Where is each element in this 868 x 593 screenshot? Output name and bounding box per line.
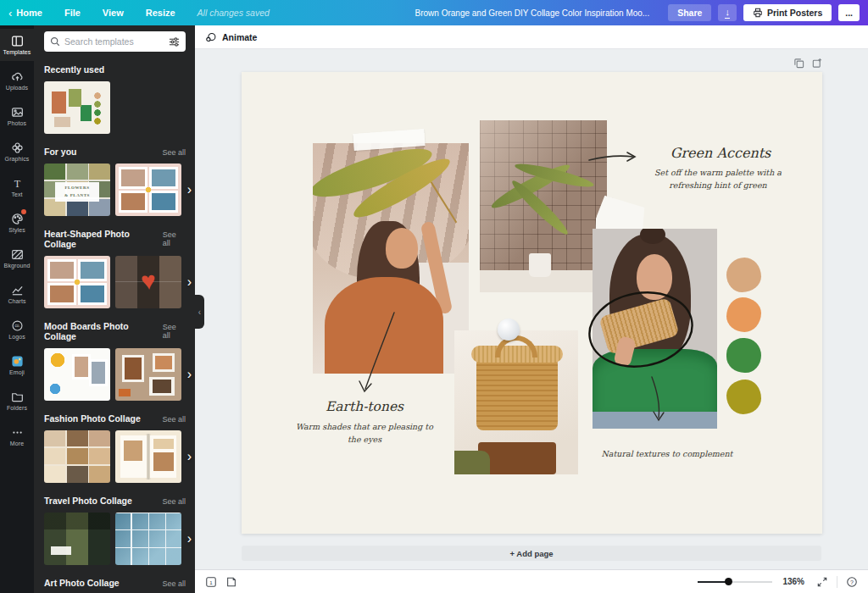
ellipse-sketch[interactable] bbox=[585, 285, 699, 374]
templates-icon bbox=[11, 35, 24, 47]
help-button[interactable]: ? bbox=[844, 574, 860, 590]
help-icon: ? bbox=[846, 576, 858, 588]
divider bbox=[837, 576, 837, 588]
upload-cloud-icon bbox=[11, 70, 24, 83]
sidebar-item-emoji[interactable]: Emoji bbox=[0, 349, 34, 381]
more-dots-icon bbox=[11, 426, 24, 439]
duplicate-page-icon[interactable] bbox=[793, 58, 804, 69]
svg-text:?: ? bbox=[850, 579, 854, 585]
template-thumbnail-pink-collage2[interactable] bbox=[44, 256, 110, 308]
more-options-button[interactable]: ... bbox=[838, 4, 860, 21]
download-button[interactable]: ↓ bbox=[718, 4, 737, 21]
photo-straw-basket[interactable] bbox=[454, 330, 578, 474]
sidebar-item-text[interactable]: T Text bbox=[0, 171, 34, 203]
sidebar-item-styles[interactable]: Styles bbox=[0, 207, 34, 239]
text-earth-tones[interactable]: Earth-tones bbox=[308, 399, 421, 414]
animate-button[interactable]: Animate bbox=[205, 31, 257, 43]
notes-button[interactable] bbox=[224, 574, 239, 590]
document-title[interactable]: Brown Orange and Green DIY Collage Color… bbox=[415, 8, 650, 18]
see-all-link[interactable]: See all bbox=[162, 579, 186, 588]
search-input[interactable] bbox=[64, 36, 164, 47]
sidebar-item-graphics[interactable]: Graphics bbox=[0, 136, 34, 168]
chevron-right-icon[interactable]: › bbox=[187, 275, 192, 289]
zoom-level: 136% bbox=[782, 577, 804, 586]
top-menu-bar: ‹ Home File View Resize All changes save… bbox=[0, 0, 868, 25]
template-thumbnail-fashion2[interactable] bbox=[115, 430, 181, 483]
color-swatch-tan[interactable] bbox=[726, 258, 761, 292]
section-recently-used: Recently used bbox=[44, 64, 186, 75]
photos-icon bbox=[11, 106, 24, 119]
template-thumbnail-heart[interactable]: ♥ bbox=[115, 256, 181, 308]
sidebar-item-folders[interactable]: Folders bbox=[0, 385, 34, 417]
photo-plant-grid-wall[interactable] bbox=[480, 120, 607, 292]
template-thumbnail-flowers[interactable]: FLOWERS & PLANTS bbox=[44, 163, 110, 216]
push-pin[interactable] bbox=[498, 319, 520, 341]
design-page[interactable]: Green Accents Set off the warm palette w… bbox=[242, 72, 822, 534]
template-thumbnail-mood2[interactable] bbox=[115, 348, 181, 401]
section-heart-shaped: Heart-Shaped Photo Collage See all bbox=[44, 229, 186, 249]
see-all-link[interactable]: See all bbox=[162, 148, 186, 157]
svg-text:T: T bbox=[14, 178, 20, 190]
text-earth-tones-subtitle[interactable]: Warm shades that are pleasing to the eye… bbox=[289, 421, 440, 446]
add-page-button[interactable]: + Add page bbox=[242, 546, 821, 561]
arrow-down-left-sketch[interactable] bbox=[355, 311, 398, 397]
color-swatch-olive[interactable] bbox=[726, 380, 761, 414]
sidebar-item-logos[interactable]: co. Logos bbox=[0, 313, 34, 346]
see-all-link[interactable]: See all bbox=[162, 497, 186, 506]
arrow-right-sketch[interactable] bbox=[587, 150, 642, 165]
chevron-right-icon[interactable]: › bbox=[187, 532, 192, 546]
template-thumbnail-fashion1[interactable] bbox=[44, 430, 110, 483]
template-thumbnail-recent[interactable] bbox=[44, 81, 110, 134]
section-art: Art Photo Collage See all bbox=[44, 578, 186, 588]
see-all-link[interactable]: See all bbox=[163, 230, 186, 247]
basket-handle bbox=[495, 335, 537, 357]
zoom-slider[interactable] bbox=[698, 581, 772, 583]
text-green-accents[interactable]: Green Accents bbox=[640, 145, 801, 161]
share-button[interactable]: Share bbox=[668, 4, 711, 21]
template-thumbnail-travel1[interactable] bbox=[44, 513, 110, 565]
resize-menu[interactable]: Resize bbox=[146, 8, 175, 18]
template-thumbnail-travel2[interactable] bbox=[115, 513, 181, 565]
chevron-right-icon[interactable]: › bbox=[187, 183, 192, 197]
sidebar-item-charts[interactable]: Charts bbox=[0, 278, 34, 310]
see-all-link[interactable]: See all bbox=[162, 415, 186, 424]
sidebar-item-templates[interactable]: Templates bbox=[0, 29, 34, 61]
page-number: 1 bbox=[209, 579, 213, 585]
file-menu[interactable]: File bbox=[64, 8, 81, 18]
color-swatch-orange[interactable] bbox=[726, 297, 761, 332]
thumbnail-label: FLOWERS & PLANTS bbox=[55, 182, 99, 202]
sidebar-item-photos[interactable]: Photos bbox=[0, 100, 34, 132]
text-green-accents-subtitle[interactable]: Set off the warm palette with a refreshi… bbox=[633, 167, 803, 191]
see-all-link[interactable]: See all bbox=[163, 323, 186, 340]
filter-sliders-icon[interactable] bbox=[169, 36, 180, 47]
text-natural-textures[interactable]: Natural textures to complement bbox=[582, 448, 752, 461]
print-posters-button[interactable]: Print Posters bbox=[743, 4, 832, 21]
canvas-area: Animate bbox=[195, 25, 868, 569]
section-travel: Travel Photo Collage See all bbox=[44, 496, 186, 506]
emoji-icon bbox=[11, 355, 24, 368]
sidebar-item-more[interactable]: More bbox=[0, 420, 34, 452]
view-menu[interactable]: View bbox=[103, 8, 124, 18]
sidebar-item-background[interactable]: Bkground bbox=[0, 242, 34, 274]
chevron-left-icon: ‹ bbox=[8, 8, 12, 19]
save-status: All changes saved bbox=[198, 8, 270, 18]
chevron-right-icon[interactable]: › bbox=[187, 450, 192, 463]
sidebar-item-uploads[interactable]: Uploads bbox=[0, 64, 34, 97]
template-thumbnail-pink-collage[interactable] bbox=[115, 163, 181, 216]
sidebar-rail: Templates Uploads Photos Graphics T Text… bbox=[0, 25, 34, 593]
search-box bbox=[44, 31, 186, 52]
panel-collapse-handle[interactable]: ‹ bbox=[195, 295, 204, 329]
section-for-you: For you See all bbox=[44, 147, 186, 157]
section-fashion: Fashion Photo Collage See all bbox=[44, 413, 186, 424]
chevron-right-icon[interactable]: › bbox=[187, 368, 192, 381]
color-swatch-green[interactable] bbox=[726, 338, 761, 373]
add-page-icon[interactable] bbox=[811, 58, 822, 69]
template-thumbnail-mood1[interactable] bbox=[44, 348, 110, 401]
arrow-down-sketch[interactable] bbox=[647, 375, 669, 424]
fullscreen-button[interactable] bbox=[815, 574, 830, 590]
home-button[interactable]: ‹ Home bbox=[8, 8, 42, 19]
page-indicator[interactable]: 1 bbox=[203, 574, 219, 590]
folder-icon bbox=[11, 391, 24, 403]
zoom-slider-knob[interactable] bbox=[725, 578, 732, 585]
animate-icon bbox=[205, 31, 217, 43]
